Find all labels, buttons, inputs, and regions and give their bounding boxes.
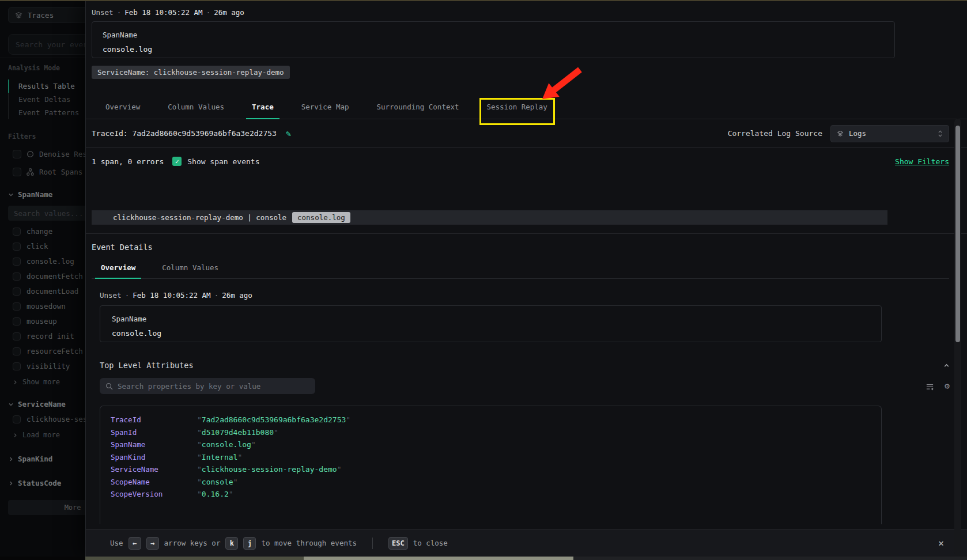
span-name-value: console.log xyxy=(103,45,884,54)
chevron-up-icon[interactable] xyxy=(943,362,950,369)
attribute-key: SpanKind xyxy=(111,453,197,461)
attribute-row[interactable]: SpanId d51079d4eb11b080 xyxy=(111,426,881,439)
attribute-value: d51079d4eb11b080 xyxy=(197,428,278,437)
search-icon xyxy=(105,383,113,390)
tab[interactable]: Column Values xyxy=(161,258,220,278)
attribute-value: console xyxy=(197,478,237,486)
attribute-value: console.log xyxy=(197,440,256,449)
event-header: Unset·Feb 18 10:05:22 AM·26m ago xyxy=(86,0,967,17)
kbd-arrow-right: → xyxy=(146,537,159,550)
tab[interactable]: Trace xyxy=(251,94,275,119)
scrollbar-track[interactable] xyxy=(954,119,961,555)
edit-pencil-icon[interactable]: ✎ xyxy=(286,128,291,139)
attribute-key: ScopeName xyxy=(111,478,197,486)
event-details-tabs: OverviewColumn Values xyxy=(92,258,949,279)
close-icon[interactable]: ✕ xyxy=(938,538,944,548)
attribute-row[interactable]: ServiceName clickhouse-session-replay-de… xyxy=(111,463,881,476)
top-edge-strip xyxy=(0,0,967,1)
correlated-log-source-label: Correlated Log Source xyxy=(728,129,822,138)
event-details-header: Unset·Feb 18 10:05:22 AM·26m ago xyxy=(100,291,967,300)
status-text: Unset xyxy=(92,8,114,17)
top-level-attributes-header: Top Level Attributes xyxy=(100,361,950,370)
span-name-label: SpanName xyxy=(103,31,884,39)
span-summary: 1 span, 0 errors xyxy=(92,157,164,166)
log-source-value: Logs xyxy=(849,129,866,138)
span-name-card: SpanName console.log xyxy=(92,21,895,58)
scrollbar-thumb[interactable] xyxy=(955,126,960,342)
timestamp: Feb 18 10:05:22 AM xyxy=(124,8,202,17)
attribute-row[interactable]: TraceId 7ad2ad8660c9d53969a6bf6a3e2d2753 xyxy=(111,414,881,426)
trace-id: TraceId: 7ad2ad8660c9d53969a6bf6a3e2d275… xyxy=(92,129,277,138)
gear-icon[interactable]: ⚙ xyxy=(945,381,950,391)
attribute-row[interactable]: ScopeVersion 0.16.2 xyxy=(111,488,881,501)
attribute-key: ScopeVersion xyxy=(111,490,197,498)
span-name-card: SpanName console.log xyxy=(100,305,882,342)
panel-footer: Use ← → arrow keys or k j to move throug… xyxy=(86,529,967,557)
attribute-value: 7ad2ad8660c9d53969a6bf6a3e2d2753 xyxy=(197,415,350,424)
span-row-label: clickhouse-session-replay-demo | console xyxy=(113,213,286,222)
attribute-value: clickhouse-session-replay-demo xyxy=(197,465,341,474)
attributes-toolbar: ⚙ xyxy=(100,378,950,394)
relative-time: 26m ago xyxy=(214,8,244,17)
kbd-k: k xyxy=(225,537,238,550)
attribute-value: 0.16.2 xyxy=(197,490,233,498)
attribute-row[interactable]: ScopeName console xyxy=(111,476,881,489)
log-source-select[interactable]: Logs xyxy=(830,125,949,142)
event-side-panel: Unset·Feb 18 10:05:22 AM·26m ago SpanNam… xyxy=(85,0,967,557)
tab[interactable]: Surrounding Context xyxy=(376,94,460,119)
tab[interactable]: Service Map xyxy=(300,94,350,119)
property-search[interactable] xyxy=(100,378,315,394)
attribute-key: SpanName xyxy=(111,440,197,449)
kbd-esc: ESC xyxy=(388,537,408,550)
show-span-events-checkbox[interactable]: ✓ xyxy=(172,157,182,166)
property-search-input[interactable] xyxy=(118,382,302,391)
tab[interactable]: Column Values xyxy=(167,94,225,119)
attribute-key: SpanId xyxy=(111,428,197,437)
attribute-key: TraceId xyxy=(111,415,197,424)
attributes-table: TraceId 7ad2ad8660c9d53969a6bf6a3e2d2753… xyxy=(100,406,882,524)
attribute-rows: TraceId 7ad2ad8660c9d53969a6bf6a3e2d2753… xyxy=(111,414,881,501)
waterfall-span-row[interactable]: clickhouse-session-replay-demo | console… xyxy=(92,210,887,225)
panel-tabs: OverviewColumn ValuesTraceService MapSur… xyxy=(86,94,967,119)
red-annotation-arrow xyxy=(538,65,590,106)
event-details-title: Event Details xyxy=(92,243,967,252)
show-span-events-label: Show span events xyxy=(187,157,259,166)
attribute-row[interactable]: SpanName console.log xyxy=(111,438,881,451)
bottom-edge-strip xyxy=(0,557,967,560)
attribute-value: Internal xyxy=(197,453,242,461)
chevron-updown-icon xyxy=(938,130,943,138)
spans-toolbar: 1 span, 0 errors ✓ Show span events Show… xyxy=(86,148,967,175)
attribute-key: ServiceName xyxy=(111,465,197,474)
wrap-lines-icon[interactable] xyxy=(926,382,934,391)
sidebar-dim-overlay xyxy=(0,0,85,560)
service-name-chip[interactable]: ServiceName: clickhouse-session-replay-d… xyxy=(92,66,290,79)
tab[interactable]: Overview xyxy=(104,94,141,119)
top-level-attributes-title: Top Level Attributes xyxy=(100,361,194,370)
tab[interactable]: Overview xyxy=(100,258,137,278)
span-row-chip: console.log xyxy=(292,212,350,223)
layers-icon xyxy=(837,130,844,137)
kbd-arrow-left: ← xyxy=(129,537,141,550)
attribute-row[interactable]: SpanKind Internal xyxy=(111,451,881,464)
waterfall-area xyxy=(86,175,967,210)
divider xyxy=(372,538,373,549)
kbd-j: j xyxy=(243,537,256,550)
divider xyxy=(86,233,967,234)
show-filters-link[interactable]: Show Filters xyxy=(895,157,949,166)
